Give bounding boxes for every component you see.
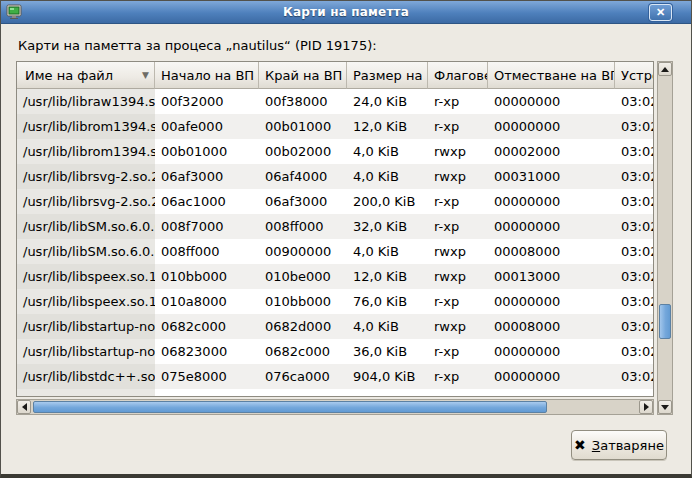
column-header-vm-size[interactable]: Размер на ВП: [347, 62, 428, 89]
table-header-row: Име на файл▼Начало на ВПКрай на ВПРазмер…: [17, 62, 654, 89]
cell-vm-size: 24,0 KiB: [347, 89, 428, 114]
cell-vm-end: 06af3000: [259, 189, 347, 214]
cell-device: 03:02: [615, 214, 654, 239]
triangle-up-icon: [661, 67, 669, 72]
triangle-down-icon: [661, 405, 669, 410]
cell-filename: /usr/lib/libstdc++.so.: [17, 364, 155, 389]
cell-vm-size: 12,0 KiB: [347, 264, 428, 289]
cell-flags: r-xp: [428, 339, 488, 364]
table-row[interactable]: /usr/lib/libSM.so.6.0.0008ff000009000004…: [17, 239, 654, 264]
cell-flags: rwxp: [428, 314, 488, 339]
cell-vm-end: 00b01000: [259, 114, 347, 139]
cell-device: 03:02: [615, 89, 654, 114]
scroll-left-button[interactable]: [17, 400, 31, 414]
cell-vm-offset: 00000000: [488, 289, 615, 314]
scroll-right-button[interactable]: [639, 400, 653, 414]
cell-flags: r-xp: [428, 89, 488, 114]
triangle-right-icon: [644, 403, 649, 411]
table-filler: [17, 389, 653, 397]
cell-vm-end: 0682c000: [259, 339, 347, 364]
cell-vm-offset: 00002000: [488, 139, 615, 164]
cell-vm-size: 200,0 KiB: [347, 189, 428, 214]
cell-filename: /usr/lib/librom1394.s: [17, 139, 155, 164]
vertical-scrollbar[interactable]: [657, 61, 673, 415]
cell-vm-end: 00f38000: [259, 89, 347, 114]
cell-vm-start: 06af3000: [155, 164, 259, 189]
cell-vm-end: 008ff000: [259, 214, 347, 239]
cell-vm-start: 00f32000: [155, 89, 259, 114]
column-header-label: Флагове: [434, 68, 488, 83]
cell-device: 03:02: [615, 189, 654, 214]
table-row[interactable]: /usr/lib/libstartup-not0682c0000682d0004…: [17, 314, 654, 339]
cell-filename: /usr/lib/librsvg-2.so.2: [17, 164, 155, 189]
table-body: /usr/lib/libraw1394.so00f3200000f3800024…: [17, 89, 653, 397]
cell-vm-start: 008ff000: [155, 239, 259, 264]
window-title: Карти на паметта: [1, 5, 691, 19]
cell-vm-size: 4,0 KiB: [347, 239, 428, 264]
cell-vm-size: 12,0 KiB: [347, 114, 428, 139]
system-monitor-icon: [6, 4, 22, 20]
titlebar[interactable]: Карти на паметта ✕: [1, 1, 691, 24]
column-header-flags[interactable]: Флагове: [428, 62, 488, 89]
cell-vm-start: 008f7000: [155, 214, 259, 239]
cell-vm-offset: 00000000: [488, 364, 615, 389]
triangle-left-icon: [22, 403, 27, 411]
memory-maps-dialog: Карти на паметта ✕ Карти на паметта за п…: [0, 0, 692, 478]
cell-vm-size: 904,0 KiB: [347, 364, 428, 389]
cell-filename: /usr/lib/librsvg-2.so.2: [17, 189, 155, 214]
cell-device: 03:02: [615, 139, 654, 164]
cell-vm-start: 075e8000: [155, 364, 259, 389]
column-header-label: Устройство: [621, 68, 654, 83]
table-row[interactable]: /usr/lib/librom1394.s00afe00000b0100012,…: [17, 114, 654, 139]
close-x-icon: ✖: [574, 438, 586, 452]
close-icon: ✕: [656, 6, 665, 18]
cell-device: 03:02: [615, 239, 654, 264]
cell-vm-offset: 00000000: [488, 339, 615, 364]
column-header-vm-offset[interactable]: Отместване на ВП: [488, 62, 615, 89]
window-close-button[interactable]: ✕: [649, 4, 672, 21]
column-header-device[interactable]: Устройство: [615, 62, 654, 89]
cell-flags: rwxp: [428, 239, 488, 264]
cell-filename: /usr/lib/libstartup-not: [17, 314, 155, 339]
cell-flags: r-xp: [428, 289, 488, 314]
column-header-vm-end[interactable]: Край на ВП: [259, 62, 347, 89]
table-row[interactable]: /usr/lib/libspeex.so.1010a8000010bb00076…: [17, 289, 654, 314]
cell-filename: /usr/lib/libSM.so.6.0.0: [17, 214, 155, 239]
scroll-up-button[interactable]: [658, 62, 672, 76]
column-header-label: Размер на ВП: [353, 68, 428, 83]
cell-vm-end: 0682d000: [259, 314, 347, 339]
cell-flags: r-xp: [428, 214, 488, 239]
cell-vm-size: 4,0 KiB: [347, 164, 428, 189]
column-header-filename[interactable]: Име на файл▼: [17, 62, 155, 89]
column-header-vm-start[interactable]: Начало на ВП: [155, 62, 259, 89]
table-row[interactable]: /usr/lib/libraw1394.so00f3200000f3800024…: [17, 89, 654, 114]
close-button-label: Затваряне: [592, 438, 664, 453]
cell-vm-end: 076ca000: [259, 364, 347, 389]
table-row[interactable]: /usr/lib/libSM.so.6.0.0008f7000008ff0003…: [17, 214, 654, 239]
table-row[interactable]: /usr/lib/libspeex.so.1010bb000010be00012…: [17, 264, 654, 289]
table-row[interactable]: /usr/lib/librsvg-2.so.206ac100006af30002…: [17, 189, 654, 214]
cell-vm-size: 32,0 KiB: [347, 214, 428, 239]
cell-vm-offset: 00000000: [488, 214, 615, 239]
cell-vm-start: 0682c000: [155, 314, 259, 339]
vertical-scrollbar-thumb[interactable]: [659, 304, 671, 339]
cell-device: 03:02: [615, 164, 654, 189]
table-filler-filename-column: [17, 389, 155, 397]
table-row[interactable]: /usr/lib/libstdc++.so.075e8000076ca00090…: [17, 364, 654, 389]
cell-filename: /usr/lib/libstartup-not: [17, 339, 155, 364]
cell-device: 03:02: [615, 339, 654, 364]
table-row[interactable]: /usr/lib/librsvg-2.so.206af300006af40004…: [17, 164, 654, 189]
horizontal-scrollbar[interactable]: [16, 399, 654, 415]
cell-vm-size: 4,0 KiB: [347, 314, 428, 339]
horizontal-scrollbar-thumb[interactable]: [33, 401, 547, 413]
cell-vm-offset: 00031000: [488, 164, 615, 189]
table-row[interactable]: /usr/lib/libstartup-not068230000682c0003…: [17, 339, 654, 364]
table-row[interactable]: /usr/lib/librom1394.s00b0100000b020004,0…: [17, 139, 654, 164]
cell-vm-start: 010bb000: [155, 264, 259, 289]
cell-flags: rwxp: [428, 164, 488, 189]
scroll-down-button[interactable]: [658, 400, 672, 414]
cell-vm-start: 00b01000: [155, 139, 259, 164]
cell-vm-start: 06823000: [155, 339, 259, 364]
cell-filename: /usr/lib/libspeex.so.1: [17, 264, 155, 289]
close-button[interactable]: ✖ Затваряне: [571, 430, 667, 460]
